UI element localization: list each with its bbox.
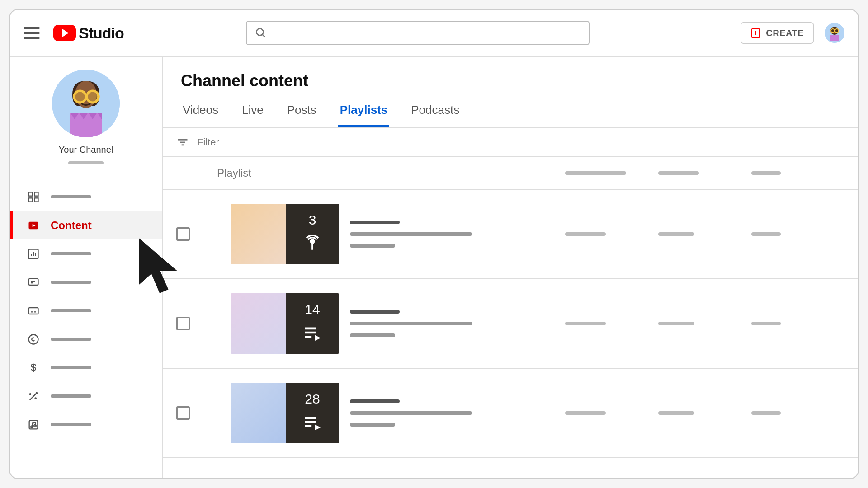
svg-rect-20: [29, 192, 33, 196]
row-checkbox[interactable]: [176, 227, 190, 241]
nav-label-placeholder: [51, 366, 91, 369]
sidebar-item-comments[interactable]: [10, 268, 162, 296]
svg-point-37: [36, 392, 37, 393]
column-placeholder: [751, 171, 781, 175]
podcast-icon: [302, 233, 322, 256]
tab-podcasts[interactable]: Podcasts: [409, 99, 461, 127]
header: Studio CREATE: [10, 10, 858, 57]
tab-playlists[interactable]: Playlists: [338, 99, 390, 127]
wand-icon: [27, 390, 40, 403]
sidebar-item-customization[interactable]: [10, 382, 162, 410]
playlist-count: 28: [305, 391, 320, 407]
page-title: Channel content: [163, 57, 858, 99]
playlist-thumbnail[interactable]: 28: [231, 383, 339, 443]
table-row[interactable]: 14: [163, 279, 858, 369]
row-checkbox[interactable]: [176, 317, 190, 330]
svg-point-35: [29, 334, 38, 344]
svg-point-42: [34, 425, 36, 427]
filter-icon: [176, 136, 189, 149]
svg-line-1: [262, 34, 264, 37]
nav-label-placeholder: [51, 338, 91, 341]
cell-placeholder: [565, 232, 606, 236]
cell-placeholder: [751, 232, 781, 236]
svg-point-38: [30, 394, 31, 394]
table-header: Playlist: [163, 157, 858, 190]
channel-name: Your Channel: [59, 145, 113, 155]
playlist-thumbnail[interactable]: 3: [231, 204, 339, 264]
app-window: Studio CREATE: [9, 9, 859, 479]
sidebar-item-earn[interactable]: [10, 353, 162, 382]
logo-text: Studio: [79, 24, 124, 42]
nav-label-placeholder: [51, 281, 91, 284]
audio-icon: [27, 418, 40, 431]
account-avatar[interactable]: [825, 23, 844, 43]
playlist-thumbnail[interactable]: 14: [231, 293, 339, 354]
search-input[interactable]: [246, 21, 590, 45]
main-content: Channel content Videos Live Posts Playli…: [163, 57, 858, 478]
dashboard-icon: [27, 191, 40, 203]
tab-live[interactable]: Live: [240, 99, 265, 127]
cell-placeholder: [658, 232, 694, 236]
search-icon: [255, 27, 267, 39]
playlist-icon: [302, 412, 322, 435]
svg-rect-22: [29, 198, 33, 202]
cell-placeholder: [658, 322, 694, 325]
avatar-illustration: [825, 23, 844, 43]
create-plus-icon: [750, 28, 761, 38]
svg-rect-21: [34, 192, 38, 196]
content-icon: [27, 219, 40, 232]
analytics-icon: [27, 248, 40, 260]
svg-point-46: [311, 240, 314, 243]
column-placeholder: [658, 171, 699, 175]
playlist-count: 3: [309, 212, 316, 228]
studio-logo[interactable]: Studio: [53, 24, 124, 42]
svg-point-39: [35, 398, 36, 399]
playlist-meta: [350, 221, 472, 248]
sidebar-item-content[interactable]: Content: [10, 211, 162, 239]
playlist-meta: [350, 399, 472, 427]
menu-button[interactable]: [24, 25, 40, 41]
svg-rect-32: [29, 308, 38, 314]
create-label: CREATE: [766, 28, 804, 38]
nav-label-placeholder: [51, 195, 91, 198]
nav-label-content: Content: [51, 219, 92, 232]
subtitles-icon: [27, 305, 40, 317]
sidebar-item-dashboard[interactable]: [10, 183, 162, 211]
column-playlist: Playlist: [208, 167, 565, 179]
tab-videos[interactable]: Videos: [181, 99, 220, 127]
nav-label-placeholder: [51, 394, 91, 398]
filter-label: Filter: [197, 136, 219, 148]
playlist-meta: [350, 310, 472, 337]
sidebar-nav: Content: [10, 183, 162, 439]
channel-handle-placeholder: [68, 161, 104, 164]
sidebar-item-analytics[interactable]: [10, 239, 162, 268]
svg-rect-7: [830, 35, 839, 41]
cell-placeholder: [751, 411, 781, 415]
sidebar-item-copyright[interactable]: [10, 325, 162, 353]
create-button[interactable]: CREATE: [741, 22, 814, 44]
content-tabs: Videos Live Posts Playlists Podcasts: [163, 99, 858, 128]
svg-rect-23: [34, 198, 38, 202]
tab-posts[interactable]: Posts: [285, 99, 318, 127]
sidebar-item-audio[interactable]: [10, 410, 162, 439]
nav-label-placeholder: [51, 252, 91, 255]
cell-placeholder: [565, 411, 606, 415]
youtube-icon: [53, 25, 76, 41]
column-placeholder: [565, 171, 626, 175]
table-row[interactable]: 28: [163, 369, 858, 458]
table-row[interactable]: 3: [163, 190, 858, 279]
playlist-count: 14: [305, 302, 320, 317]
cell-placeholder: [658, 411, 694, 415]
nav-label-placeholder: [51, 309, 91, 312]
cell-placeholder: [565, 322, 606, 325]
nav-label-placeholder: [51, 423, 91, 426]
sidebar-item-subtitles[interactable]: [10, 296, 162, 325]
sidebar: Your Channel Content: [10, 57, 163, 478]
filter-bar[interactable]: Filter: [163, 128, 858, 157]
svg-rect-40: [29, 420, 38, 429]
svg-point-0: [256, 28, 263, 35]
row-checkbox[interactable]: [176, 406, 190, 420]
channel-avatar[interactable]: [52, 70, 120, 137]
cell-placeholder: [751, 322, 781, 325]
comments-icon: [27, 276, 40, 289]
